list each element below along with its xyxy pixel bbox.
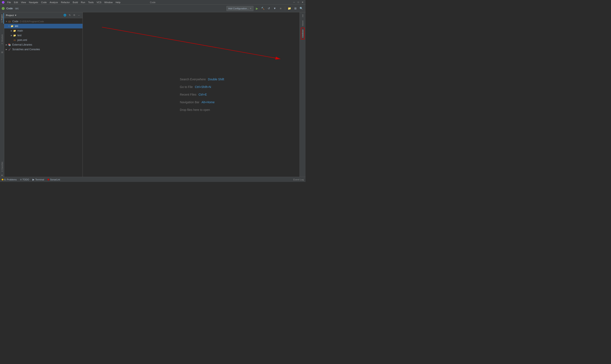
expand-arrow-main[interactable]: ▶ — [10, 29, 13, 32]
tree-item-main[interactable]: ▶ 📁 main — [4, 28, 82, 33]
project-panel-header: Project ▼ 🌐 ⇅ ⚙ ─ — [4, 12, 82, 18]
hint-search-label: Search Everywhere — [180, 78, 206, 81]
right-tab-ant[interactable]: Ant — [301, 13, 304, 19]
left-sidebar-strip: 1: Project 2: Structure ⊞ 2: Favorites ★ — [0, 12, 4, 177]
menu-refactor[interactable]: Refactor — [60, 1, 71, 4]
title-bar-left: File Edit View Navigate Code Analyze Ref… — [2, 1, 122, 4]
project-tree: ▾ 🗂 Code D:\IDEA\Program\Code ▾ 📁 src ▶ … — [4, 18, 82, 177]
project-icon: 🗂 — [8, 20, 11, 23]
menu-tools[interactable]: Tools — [87, 1, 95, 4]
svg-line-3 — [102, 27, 280, 59]
search-everywhere-button[interactable]: 🔍 — [299, 6, 304, 11]
structure-icon[interactable]: ⊞ — [0, 51, 4, 54]
minimize-button[interactable]: ─ — [293, 1, 295, 4]
expand-arrow-ext[interactable]: ▶ — [5, 43, 8, 46]
external-libs-icon: 📚 — [8, 43, 11, 46]
src-folder-icon: 📁 — [11, 25, 13, 27]
sidebar-item-structure[interactable]: 2: Structure — [1, 33, 4, 46]
hint-drop-files: Drop files here to open — [180, 108, 224, 112]
tree-label-external-libs: External Libraries — [12, 43, 32, 46]
menu-edit[interactable]: Edit — [13, 1, 19, 4]
hint-goto-label: Go to File — [180, 85, 193, 89]
tree-item-pom[interactable]: ▶ m pom.xml — [4, 38, 82, 42]
add-configuration-button[interactable]: Add Configuration... ▼ — [226, 6, 253, 11]
maximize-button[interactable]: □ — [297, 1, 300, 4]
right-sidebar: Ant Maven Database — [300, 12, 306, 177]
terminal-label: Terminal — [35, 178, 44, 181]
sidebar-item-favorites[interactable]: 2: Favorites — [1, 160, 4, 173]
annotation-arrow — [83, 23, 300, 65]
panel-close-button[interactable]: ─ — [77, 13, 81, 17]
bottom-problems[interactable]: 6: Problems — [2, 178, 17, 181]
menu-vcs[interactable]: VCS — [95, 1, 103, 4]
hint-drop-label: Drop files here to open — [180, 108, 210, 112]
tree-item-code-root[interactable]: ▾ 🗂 Code D:\IDEA\Program\Code — [4, 19, 82, 24]
svg-point-1 — [2, 2, 4, 3]
tree-label-src: src — [15, 25, 18, 27]
stop-button[interactable]: ■ — [278, 6, 283, 11]
hint-go-to-file: Go to File Ctrl+Shift+N — [180, 85, 224, 89]
menu-analyze[interactable]: Analyze — [48, 1, 59, 4]
panel-actions: 🌐 ⇅ ⚙ ─ — [63, 13, 81, 17]
expand-arrow-test[interactable]: ▶ — [10, 34, 13, 37]
close-button[interactable]: ✕ — [301, 1, 304, 4]
tree-label-pom: pom.xml — [17, 39, 27, 41]
bottom-todo[interactable]: ≡ TODO — [20, 178, 29, 181]
tree-item-external-libs[interactable]: ▶ 📚 External Libraries — [4, 42, 82, 47]
hint-navbar-label: Navigation Bar — [180, 101, 199, 104]
toolbar-actions: Add Configuration... ▼ ▶ 🔨 ↺ ▼ ■ 📁 ⊞ 🔍 — [226, 6, 304, 11]
panel-locate-button[interactable]: 🌐 — [63, 13, 67, 17]
bottom-sonarlint[interactable]: SonarLint — [48, 178, 60, 181]
structure-button[interactable]: ⊞ — [293, 6, 298, 11]
right-tab-database[interactable]: Database — [301, 28, 305, 39]
run-button[interactable]: ▶ — [254, 6, 259, 11]
main-layout: 1: Project 2: Structure ⊞ 2: Favorites ★… — [0, 12, 306, 177]
menu-run[interactable]: Run — [80, 1, 86, 4]
right-tab-maven[interactable]: Maven — [301, 19, 304, 27]
editor-area[interactable]: Search Everywhere Double Shift Go to Fil… — [83, 12, 300, 177]
tree-item-test[interactable]: ▶ 📁 test — [4, 33, 82, 38]
bottom-bar: 6: Problems ≡ TODO ▶ Terminal SonarLint … — [0, 177, 306, 182]
menu-window[interactable]: Window — [103, 1, 114, 4]
menu-build[interactable]: Build — [71, 1, 79, 4]
hint-navbar-shortcut: Alt+Home — [201, 101, 215, 104]
menu-view[interactable]: View — [20, 1, 27, 4]
panel-collapse-button[interactable]: ⇅ — [68, 13, 71, 17]
bottom-right-area: Event Log — [293, 178, 304, 181]
sonarlint-icon — [48, 179, 49, 181]
rerun-button[interactable]: ↺ — [266, 6, 271, 11]
bottom-terminal[interactable]: ▶ Terminal — [32, 178, 44, 181]
menu-code[interactable]: Code — [40, 1, 48, 4]
app-logo — [2, 1, 5, 4]
breadcrumb-project[interactable]: Code — [6, 7, 13, 10]
file-tree-button[interactable]: 📁 — [287, 6, 292, 11]
test-folder-icon: 📁 — [13, 34, 16, 37]
menu-file[interactable]: File — [6, 1, 12, 4]
favorites-icon[interactable]: ★ — [0, 173, 4, 177]
status-indicator — [2, 7, 5, 10]
todo-label: TODO — [23, 178, 29, 181]
problems-label: 6: Problems — [4, 178, 17, 181]
event-log-link[interactable]: Event Log — [293, 178, 304, 181]
menu-navigate[interactable]: Navigate — [27, 1, 39, 4]
breadcrumb: Code › src — [6, 7, 19, 10]
build-button[interactable]: 🔨 — [260, 6, 266, 11]
hint-navigation-bar: Navigation Bar Alt+Home — [180, 101, 224, 104]
tree-item-scratches[interactable]: ▶ 🖊 Scratches and Consoles — [4, 47, 82, 52]
more-run-options[interactable]: ▼ — [272, 6, 277, 11]
expand-arrow-code[interactable]: ▾ — [5, 20, 8, 23]
expand-arrow-src[interactable]: ▾ — [8, 25, 10, 27]
menu-help[interactable]: Help — [114, 1, 122, 4]
hint-recent-files: Recent Files Ctrl+E — [180, 93, 224, 96]
todo-icon: ≡ — [20, 178, 22, 181]
breadcrumb-folder: src — [15, 7, 19, 10]
panel-settings-button[interactable]: ⚙ — [72, 13, 76, 17]
sidebar-item-project[interactable]: 1: Project — [0, 13, 4, 24]
hint-goto-shortcut: Ctrl+Shift+N — [195, 85, 211, 89]
scratches-icon: 🖊 — [8, 48, 11, 51]
project-panel: Project ▼ 🌐 ⇅ ⚙ ─ ▾ 🗂 Code D:\IDEA\Progr… — [4, 12, 83, 177]
expand-arrow-scratches[interactable]: ▶ — [5, 48, 8, 51]
tree-item-src[interactable]: ▾ 📁 src — [4, 24, 82, 28]
separator — [285, 7, 285, 10]
tree-label-main: main — [17, 29, 23, 32]
